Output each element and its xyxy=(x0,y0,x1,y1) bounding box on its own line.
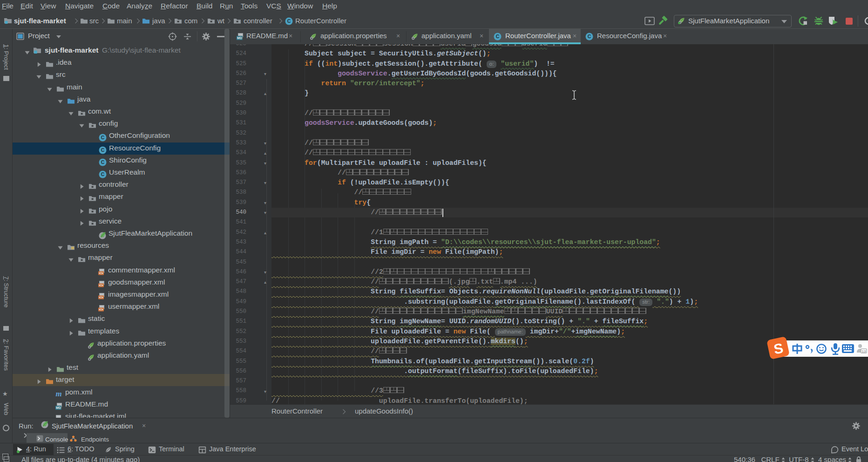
svg-text:MD: MD xyxy=(56,406,61,409)
svg-text:<>: <> xyxy=(99,307,103,312)
svg-text:m: m xyxy=(55,390,61,398)
svg-text:C: C xyxy=(101,171,105,177)
svg-text:C: C xyxy=(101,159,105,165)
svg-text:C: C xyxy=(101,135,105,140)
svg-text:C: C xyxy=(101,147,105,153)
svg-text:MD: MD xyxy=(237,36,242,40)
svg-text:<>: <> xyxy=(99,283,103,287)
svg-text:C: C xyxy=(287,18,291,24)
svg-text:S: S xyxy=(773,340,784,357)
svg-text:<>: <> xyxy=(99,271,103,275)
svg-text:13: 13 xyxy=(862,349,866,353)
svg-text:C: C xyxy=(588,34,591,39)
svg-text:C: C xyxy=(496,34,500,39)
svg-text:<>: <> xyxy=(99,295,103,299)
